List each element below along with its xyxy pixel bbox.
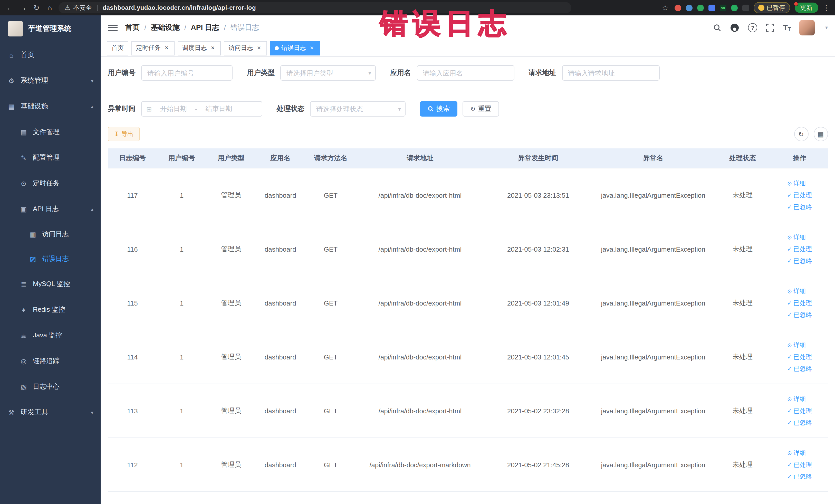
sidebar-item-file-management[interactable]: ▤ 文件管理	[0, 119, 101, 145]
search-button[interactable]: 搜索	[420, 101, 457, 117]
table-row: 116 1 管理员 dashboard GET /api/infra/db-do…	[108, 222, 828, 276]
process-status-select-input[interactable]	[310, 101, 406, 117]
chevron-up-icon: ▴	[91, 206, 94, 212]
user-type-select[interactable]: ▾	[280, 65, 376, 81]
app-title: 芋道管理系统	[28, 24, 72, 33]
breadcrumb-infrastructure[interactable]: 基础设施	[151, 23, 180, 32]
tab-home[interactable]: 首页	[107, 41, 128, 55]
font-size-icon[interactable]: TT	[783, 23, 791, 32]
close-icon[interactable]: ×	[256, 45, 262, 52]
mark-processed-link[interactable]: ✓已处理	[787, 352, 812, 361]
extension-icon-on-badge[interactable]: on	[719, 4, 726, 11]
fullscreen-icon[interactable]	[766, 23, 774, 32]
paused-extension-badge[interactable]: 已暂停	[753, 2, 790, 13]
sidebar-item-scheduled-jobs[interactable]: ⊙ 定时任务	[0, 170, 101, 196]
logo-area[interactable]: 芋道管理系统	[0, 15, 101, 42]
processed-label: 已处理	[793, 460, 812, 469]
end-date-placeholder: 结束日期	[201, 104, 238, 114]
search-icon[interactable]	[713, 23, 721, 32]
detail-link[interactable]: ⊙详细	[787, 233, 806, 242]
extension-icon-grid[interactable]	[708, 4, 715, 11]
bookmark-star-icon[interactable]: ☆	[660, 4, 670, 12]
filter-process-status: 处理状态 ▾	[277, 101, 406, 117]
sidebar-item-error-log[interactable]: ▨ 错误日志	[0, 246, 101, 271]
user-caret-icon[interactable]: ▾	[825, 25, 828, 30]
address-bar[interactable]: ⚠ 不安全 dashboard.yudao.iocoder.cn/infra/l…	[59, 2, 571, 13]
column-settings-button[interactable]: ▦	[813, 127, 828, 141]
mark-ignored-link[interactable]: ✓已忽略	[787, 418, 812, 427]
detail-link[interactable]: ⊙详细	[787, 341, 806, 349]
filter-exception-time: 异常时间 ⊞ 开始日期 - 结束日期	[108, 101, 262, 117]
sidebar-item-label: 访问日志	[42, 229, 69, 239]
request-url-input[interactable]	[562, 65, 659, 81]
cell-user-id: 1	[157, 168, 206, 222]
user-type-select-input[interactable]	[280, 65, 376, 81]
sidebar-item-config-management[interactable]: ✎ 配置管理	[0, 145, 101, 170]
user-id-input[interactable]	[141, 65, 232, 81]
mark-ignored-link[interactable]: ✓已忽略	[787, 364, 812, 373]
mark-ignored-link[interactable]: ✓已忽略	[787, 257, 812, 265]
detail-link[interactable]: ⊙详细	[787, 448, 806, 457]
detail-link[interactable]: ⊙详细	[787, 287, 806, 296]
back-icon[interactable]: ←	[5, 4, 14, 12]
browser-update-button[interactable]: 更新	[794, 3, 818, 13]
table-header-row: 日志编号 用户编号 用户类型 应用名 请求方法名 请求地址 异常发生时间 异常名…	[108, 148, 828, 168]
hamburger-icon[interactable]	[101, 23, 125, 32]
sidebar-item-home[interactable]: ⌂ 首页	[0, 42, 101, 68]
close-icon[interactable]: ×	[209, 45, 216, 52]
reload-icon[interactable]: ↻	[32, 4, 41, 12]
filter-app-name: 应用名	[390, 65, 514, 81]
close-icon[interactable]: ×	[163, 45, 170, 52]
sidebar-item-infrastructure[interactable]: ▦ 基础设施 ▴	[0, 94, 101, 119]
mark-processed-link[interactable]: ✓已处理	[787, 406, 812, 415]
sidebar-item-system-management[interactable]: ⚙ 系统管理 ▾	[0, 68, 101, 94]
mark-ignored-link[interactable]: ✓已忽略	[787, 310, 812, 319]
close-icon[interactable]: ×	[308, 45, 315, 52]
forward-icon[interactable]: →	[19, 4, 28, 12]
export-button[interactable]: ↧ 导出	[108, 127, 140, 141]
extension-icon-green[interactable]	[697, 4, 704, 11]
column-header-status: 处理状态	[714, 148, 771, 168]
cell-log-id: 117	[108, 168, 157, 222]
mark-processed-link[interactable]: ✓已处理	[787, 299, 812, 307]
tab-schedule-log[interactable]: 调度日志 ×	[178, 41, 221, 55]
app-name-input[interactable]	[416, 65, 514, 81]
user-avatar[interactable]	[799, 20, 815, 35]
tab-access-log[interactable]: 访问日志 ×	[224, 41, 267, 55]
process-status-select[interactable]: ▾	[310, 101, 406, 117]
sidebar-item-redis-monitor[interactable]: ♦ Redis 监控	[0, 297, 101, 322]
sidebar-item-api-log[interactable]: ▣ API 日志 ▴	[0, 196, 101, 222]
detail-link[interactable]: ⊙详细	[787, 395, 806, 403]
extension-icon-red[interactable]	[674, 4, 681, 11]
tab-error-log[interactable]: 错误日志 ×	[270, 41, 320, 55]
sidebar-item-mysql-monitor[interactable]: ≣ MySQL 监控	[0, 271, 101, 297]
sidebar-item-log-center[interactable]: ▧ 日志中心	[0, 374, 101, 400]
tab-label: 访问日志	[228, 44, 253, 53]
detail-link[interactable]: ⊙详细	[787, 179, 806, 188]
reset-button-label: 重置	[478, 104, 491, 114]
home-nav-icon[interactable]: ⌂	[45, 4, 55, 12]
tab-scheduled-jobs[interactable]: 定时任务 ×	[131, 41, 175, 55]
mark-ignored-link[interactable]: ✓已忽略	[787, 472, 812, 481]
browser-menu-icon[interactable]: ⋮	[823, 4, 830, 12]
reset-button[interactable]: ↻ 重置	[463, 101, 499, 117]
sidebar-item-java-monitor[interactable]: ☕ Java 监控	[0, 322, 101, 348]
breadcrumb-api-log[interactable]: API 日志	[191, 23, 219, 32]
cell-log-id: 115	[108, 276, 157, 330]
extension-icon-leaf[interactable]	[731, 4, 737, 11]
sidebar-item-dev-tools[interactable]: ⚒ 研发工具 ▾	[0, 400, 101, 425]
mark-processed-link[interactable]: ✓已处理	[787, 460, 812, 469]
mark-processed-link[interactable]: ✓已处理	[787, 245, 812, 254]
sidebar-item-link-trace[interactable]: ◎ 链路追踪	[0, 348, 101, 374]
extension-icon-blue[interactable]	[686, 4, 692, 11]
mark-processed-link[interactable]: ✓已处理	[787, 191, 812, 200]
github-icon[interactable]	[730, 23, 739, 32]
sidebar-item-label: 系统管理	[21, 76, 48, 85]
sidebar-item-access-log[interactable]: ▥ 访问日志	[0, 222, 101, 246]
extension-icon-pin[interactable]	[742, 4, 749, 11]
breadcrumb-home[interactable]: 首页	[125, 23, 140, 32]
help-icon[interactable]: ?	[748, 23, 757, 32]
date-range-picker[interactable]: ⊞ 开始日期 - 结束日期	[141, 101, 262, 117]
mark-ignored-link[interactable]: ✓已忽略	[787, 203, 812, 211]
refresh-table-button[interactable]: ↻	[794, 127, 808, 141]
